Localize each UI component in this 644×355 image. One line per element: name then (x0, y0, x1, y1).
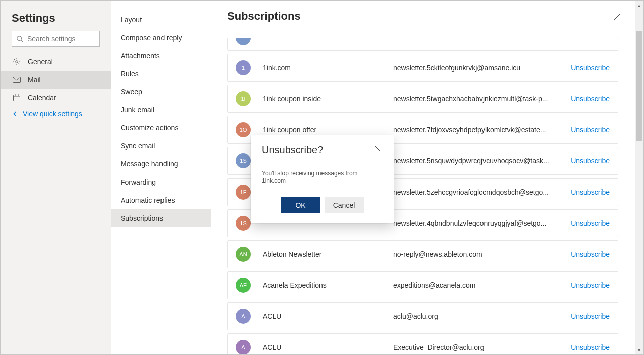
subnav-item-automatic-replies[interactable]: Automatic replies (111, 191, 211, 209)
unsubscribe-dialog: Unsubscribe? You'll stop receiving messa… (251, 135, 394, 223)
subnav-item-attachments[interactable]: Attachments (111, 47, 211, 65)
subnav-item-sweep[interactable]: Sweep (111, 83, 211, 101)
sidebar-item-label: Calendar (28, 94, 56, 102)
unsubscribe-link[interactable]: Unsubscribe (571, 343, 610, 351)
dialog-body: You'll stop receiving messages from 1ink… (262, 170, 383, 184)
sender-name: Acanela Expeditions (263, 281, 393, 289)
unsubscribe-link[interactable]: Unsubscribe (571, 250, 610, 258)
main-header: Subscriptions (227, 10, 643, 26)
settings-window: Settings General (0, 0, 644, 355)
sender-email: newsletter.5zehccgvrioafcglccmdqosbch@se… (393, 188, 571, 196)
subnav-item-subscriptions[interactable]: Subscriptions (111, 209, 211, 227)
subscription-row[interactable]: AEAcanela Expeditionsexpeditions@acanela… (227, 271, 618, 299)
view-quick-settings-link[interactable]: View quick settings (1, 107, 111, 121)
scrollbar[interactable]: ▴ ▾ (635, 1, 643, 354)
sidebar-item-general[interactable]: General (1, 53, 111, 71)
chevron-left-icon (12, 110, 19, 117)
subscription-row[interactable]: AACLUExecutive_Director@aclu.orgUnsubscr… (227, 333, 618, 354)
sender-email: newsletter.5nsquwdydpwrcqjvcuvhoqsocv@ta… (393, 157, 571, 165)
subnav-item-junk-email[interactable]: Junk email (111, 101, 211, 119)
sidebar: Settings General (1, 1, 111, 354)
dialog-actions: OK Cancel (262, 197, 383, 213)
cancel-button[interactable]: Cancel (325, 197, 364, 213)
avatar: 1 (236, 60, 251, 75)
unsubscribe-link[interactable]: Unsubscribe (571, 95, 610, 103)
search-box[interactable] (12, 31, 100, 47)
avatar: 1S (236, 216, 251, 231)
subnav-item-message-handling[interactable]: Message handling (111, 155, 211, 173)
subnav-item-sync-email[interactable]: Sync email (111, 137, 211, 155)
dialog-title: Unsubscribe? (262, 144, 323, 156)
avatar: AE (236, 278, 251, 293)
sender-email: Executive_Director@aclu.org (393, 343, 571, 351)
avatar (236, 38, 251, 45)
sender-email: newsletter.4qbndbnulzvfeqconruyqgjyaf@se… (393, 219, 571, 227)
unsubscribe-link[interactable]: Unsubscribe (571, 188, 610, 196)
sender-email: no-reply@news.ableton.com (393, 250, 571, 258)
sender-email: newsletter.5cktleofgunkrvkj@amsane.icu (393, 64, 571, 72)
subnav: Layout Compose and reply Attachments Rul… (111, 1, 211, 354)
sender-name: ACLU (263, 312, 393, 320)
dialog-close-button[interactable] (373, 144, 383, 154)
sender-name: 1ink coupon inside (263, 95, 393, 103)
sidebar-item-calendar[interactable]: Calendar (1, 89, 111, 107)
avatar: A (236, 340, 251, 354)
sender-name: 1ink coupon offer (263, 126, 393, 134)
sidebar-item-label: Mail (28, 76, 41, 84)
subscription-row[interactable] (227, 38, 618, 51)
svg-rect-4 (14, 95, 20, 101)
close-icon (375, 145, 381, 154)
unsubscribe-link[interactable]: Unsubscribe (571, 281, 610, 289)
sender-email: aclu@aclu.org (393, 312, 571, 320)
close-icon (614, 13, 621, 22)
unsubscribe-link[interactable]: Unsubscribe (571, 157, 610, 165)
avatar: 1S (236, 153, 251, 168)
sidebar-item-label: General (28, 58, 53, 66)
avatar: A (236, 309, 251, 324)
subnav-item-rules[interactable]: Rules (111, 65, 211, 83)
quick-settings-label: View quick settings (23, 110, 82, 118)
search-input[interactable] (26, 34, 116, 43)
sidebar-item-mail[interactable]: Mail (1, 71, 111, 89)
sender-email: newsletter.7fdjoxvseyhdpefpylkomlctvk@es… (393, 126, 571, 134)
svg-point-2 (16, 61, 18, 63)
subnav-item-compose-reply[interactable]: Compose and reply (111, 29, 211, 47)
sidebar-list: General Mail (1, 53, 111, 107)
subscription-row[interactable]: 1I1ink coupon insidenewsletter.5twgachxh… (227, 85, 618, 113)
sender-name: ACLU (263, 343, 393, 351)
avatar: 1I (236, 91, 251, 106)
scroll-up-icon[interactable]: ▴ (635, 1, 643, 9)
subscription-row[interactable]: 11ink.comnewsletter.5cktleofgunkrvkj@ams… (227, 54, 618, 82)
unsubscribe-link[interactable]: Unsubscribe (571, 64, 610, 72)
mail-icon (12, 75, 22, 85)
scroll-down-icon[interactable]: ▾ (635, 346, 643, 354)
scrollbar-thumb[interactable] (636, 31, 642, 141)
unsubscribe-link[interactable]: Unsubscribe (571, 312, 610, 320)
sender-name: Ableton Newsletter (263, 250, 393, 258)
avatar: 1O (236, 122, 251, 137)
search-container (1, 31, 111, 53)
avatar: AN (236, 247, 251, 262)
svg-line-1 (21, 40, 23, 42)
unsubscribe-link[interactable]: Unsubscribe (571, 126, 610, 134)
page-title: Subscriptions (227, 10, 301, 23)
gear-icon (12, 57, 22, 67)
ok-button[interactable]: OK (281, 197, 320, 213)
calendar-icon (12, 93, 22, 103)
avatar: 1F (236, 185, 251, 200)
sender-email: newsletter.5twgachxhacbabvjnkiezmultl@ta… (393, 95, 571, 103)
sender-name: 1ink.com (263, 64, 393, 72)
svg-point-0 (17, 36, 22, 41)
close-button[interactable] (609, 10, 625, 26)
subscription-row[interactable]: AACLUaclu@aclu.orgUnsubscribe (227, 302, 618, 330)
subscription-row[interactable]: ANAbleton Newsletterno-reply@news.ableto… (227, 240, 618, 268)
sidebar-title: Settings (1, 10, 111, 31)
unsubscribe-link[interactable]: Unsubscribe (571, 219, 610, 227)
subnav-item-customize-actions[interactable]: Customize actions (111, 119, 211, 137)
subnav-item-layout[interactable]: Layout (111, 11, 211, 29)
search-icon (16, 35, 23, 43)
sender-email: expeditions@acanela.com (393, 281, 571, 289)
subnav-item-forwarding[interactable]: Forwarding (111, 173, 211, 191)
